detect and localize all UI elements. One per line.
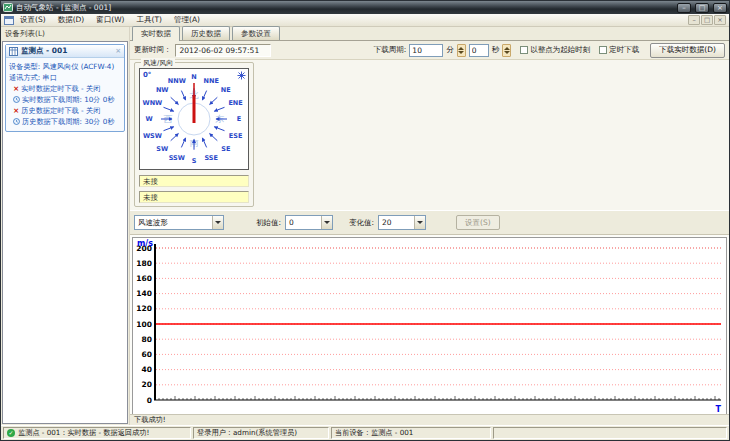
initial-value-label: 初始值: — [256, 218, 281, 228]
login-user-section: 登录用户：admin(系统管理员) — [193, 427, 329, 439]
history-timed-download-line: × 历史数据定时下载 - 关闭 — [9, 105, 122, 116]
svg-text:T: T — [716, 405, 722, 414]
menu-item-admin[interactable]: 管理(A) — [168, 14, 206, 26]
svg-text:m/s: m/s — [137, 239, 153, 248]
menu-item-window[interactable]: 窗口(W) — [90, 14, 130, 26]
timed-download-checkbox[interactable] — [599, 46, 607, 54]
status-message: 监测点 - 001 : 实时数据 - 数据返回成功! — [18, 428, 149, 438]
status-bar: ✓ 监测点 - 001 : 实时数据 - 数据返回成功! 登录用户：admin(… — [1, 425, 729, 440]
menu-item-data[interactable]: 数据(D) — [52, 14, 91, 26]
svg-text:160: 160 — [136, 274, 152, 283]
compass-star-icon — [237, 71, 246, 80]
svg-text:SSW: SSW — [169, 154, 185, 162]
spin-down-icon[interactable] — [504, 51, 510, 54]
svg-text:ENE: ENE — [228, 99, 242, 107]
svg-text:ESE: ESE — [229, 132, 243, 140]
svg-text:E: E — [237, 115, 241, 123]
off-cross-icon: × — [13, 105, 19, 116]
tab-realtime-data[interactable]: 实时数据 — [132, 26, 180, 41]
window-title: 自动气象站 - [监测点 - 001] — [16, 2, 673, 14]
delta-value-label: 变化值: — [349, 218, 374, 228]
menu-item-tools[interactable]: 工具(T) — [131, 14, 168, 26]
app-icon — [3, 3, 13, 12]
wind-section: 风速/风向 0° 北南东西NNNENEENEEESESESSESSSWSWWSW… — [130, 60, 729, 210]
maximize-button[interactable]: □ — [695, 3, 709, 13]
svg-text:SSE: SSE — [204, 154, 218, 162]
wind-angle-value: 0° — [143, 71, 151, 79]
success-check-icon: ✓ — [7, 429, 15, 437]
seconds-unit-label: 秒 — [492, 45, 500, 55]
clock-icon — [13, 96, 20, 103]
seconds-input[interactable] — [469, 44, 489, 57]
svg-text:NNE: NNE — [204, 77, 219, 85]
current-device-section: 当前设备：监测点 - 001 — [331, 427, 491, 439]
device-node[interactable]: 监测点 - 001 × 设备类型: 风速风向仪 (ACFW-4) 通讯方式: 串… — [5, 44, 125, 132]
download-realtime-button[interactable]: 下载实时数据(D) — [650, 43, 725, 58]
align-start-checkbox-row: 以整点为起始时刻 — [520, 45, 590, 55]
tab-parameter-settings[interactable]: 参数设置 — [232, 26, 280, 40]
device-type-line: 设备类型: 风速风向仪 (ACFW-4) — [9, 61, 122, 72]
svg-text:NNW: NNW — [168, 77, 186, 85]
waveform-select[interactable]: 风速波形 — [134, 215, 224, 230]
timed-download-checkbox-row: 定时下载 — [599, 45, 639, 55]
clock-icon — [13, 118, 20, 125]
menu-bar: 设置(S) 数据(D) 窗口(W) 工具(T) 管理(A) – □ × — [1, 14, 729, 27]
svg-text:120: 120 — [136, 304, 152, 313]
current-device: 当前设备：监测点 - 001 — [335, 428, 413, 438]
title-bar: 自动气象站 - [监测点 - 001] – □ × — [1, 1, 729, 14]
waveform-controls: 风速波形 初始值: 0 变化值: 20 设置(S) — [130, 210, 729, 235]
compass-rose: 北南东西NNNENEENEEESESESSESSSWSWWSWWWNWNWNNW — [140, 69, 248, 169]
minutes-spinner[interactable] — [457, 44, 466, 57]
mdi-close-button[interactable]: × — [714, 15, 726, 25]
history-cycle-line: 历史数据下载周期: 30分 0秒 — [9, 116, 122, 127]
minimize-button[interactable]: – — [677, 3, 691, 13]
device-tree: 监测点 - 001 × 设备类型: 风速风向仪 (ACFW-4) 通讯方式: 串… — [2, 41, 128, 424]
chevron-down-icon[interactable] — [321, 216, 332, 229]
svg-text:100: 100 — [136, 320, 152, 329]
status-message-section: ✓ 监测点 - 001 : 实时数据 - 数据返回成功! — [3, 427, 191, 439]
chevron-down-icon[interactable] — [414, 216, 425, 229]
spin-up-icon[interactable] — [458, 47, 464, 50]
device-info-panel: 设备类型: 风速风向仪 (ACFW-4) 通讯方式: 串口 × 实时数据定时下载… — [6, 58, 124, 131]
svg-text:WNW: WNW — [143, 99, 163, 107]
svg-text:SE: SE — [221, 145, 230, 153]
wind-group-label: 风速/风向 — [141, 58, 175, 68]
realtime-cycle-line: 实时数据下载周期: 10分 0秒 — [9, 94, 122, 105]
svg-text:40: 40 — [142, 365, 152, 374]
main-panel: 实时数据 历史数据 参数设置 更新时间： 2012-06-02 09:57:51… — [130, 27, 729, 425]
mdi-restore-button[interactable]: □ — [701, 15, 713, 25]
waveform-settings-button[interactable]: 设置(S) — [456, 215, 500, 230]
seconds-spinner[interactable] — [502, 44, 511, 57]
wind-group-box: 风速/风向 0° 北南东西NNNENEENEEESESESSESSSWSWWSW… — [134, 62, 254, 207]
svg-text:140: 140 — [136, 289, 152, 298]
svg-text:SW: SW — [156, 145, 168, 153]
login-user: 登录用户：admin(系统管理员) — [197, 428, 297, 438]
initial-value-select[interactable]: 0 — [285, 215, 333, 230]
download-status-line: 下载成功! — [130, 414, 729, 425]
mdi-child-icon — [4, 16, 14, 25]
tab-bar: 实时数据 历史数据 参数设置 — [130, 27, 729, 41]
spin-down-icon[interactable] — [458, 51, 464, 54]
delta-value-select[interactable]: 20 — [378, 215, 426, 230]
svg-text:N: N — [191, 73, 196, 81]
device-node-header[interactable]: 监测点 - 001 × — [6, 45, 124, 58]
svg-text:NW: NW — [156, 86, 169, 94]
realtime-timed-download-line: × 实时数据定时下载 - 关闭 — [9, 83, 122, 94]
wind-compass: 0° 北南东西NNNENEENEEESESESSESSSWSWWSWWWNWNW… — [139, 68, 249, 170]
timed-download-checkbox-label: 定时下载 — [609, 45, 639, 55]
menu-item-settings[interactable]: 设置(S) — [14, 14, 52, 26]
minutes-input[interactable] — [409, 44, 443, 57]
chevron-down-icon[interactable] — [212, 216, 223, 229]
svg-text:0: 0 — [147, 396, 152, 405]
wind-speed-chart: 020406080100120140160180200m/sT — [132, 237, 727, 415]
minutes-unit-label: 分 — [446, 45, 454, 55]
update-time-label: 更新时间： — [134, 45, 172, 55]
device-grid-icon — [9, 47, 18, 56]
close-button[interactable]: × — [713, 3, 727, 13]
mdi-minimize-button[interactable]: – — [688, 15, 700, 25]
svg-text:W: W — [145, 115, 152, 123]
node-collapse-icon[interactable]: × — [115, 47, 121, 55]
spin-up-icon[interactable] — [504, 47, 510, 50]
align-start-checkbox[interactable] — [520, 46, 528, 54]
tab-history-data[interactable]: 历史数据 — [182, 26, 230, 40]
